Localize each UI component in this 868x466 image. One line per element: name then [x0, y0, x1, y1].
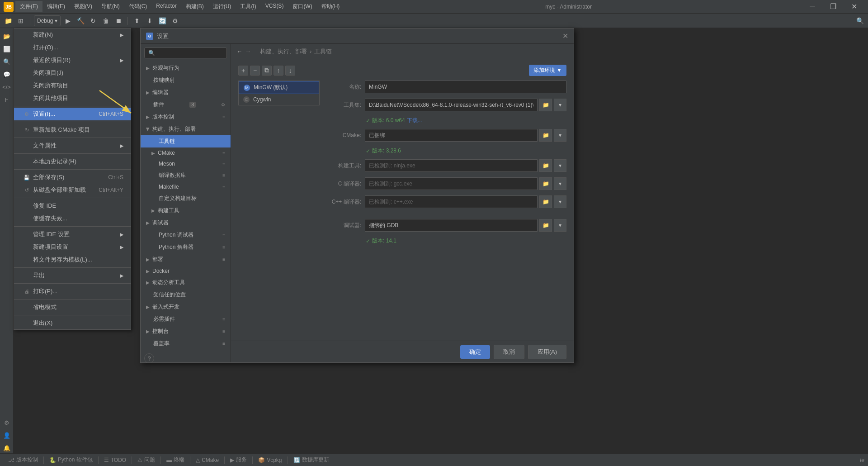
tree-item-trusted[interactable]: 受信任的位置 [141, 289, 231, 301]
toolbar-refresh-btn[interactable]: 🔄 [157, 15, 168, 26]
tree-item-compile-db[interactable]: 编译数据库 ≡ [141, 169, 231, 181]
menu-item-open[interactable]: 打开(O)... [14, 41, 131, 54]
tree-item-build-deploy[interactable]: ▶ 构建、执行、部署 [141, 123, 231, 135]
toolchain-cygwin[interactable]: C Cygwin [239, 94, 319, 105]
help-button[interactable]: ? [144, 353, 154, 362]
tree-item-editor[interactable]: ▶ 编辑器 [141, 86, 231, 99]
toolbar-settings-btn[interactable]: ⚙ [170, 15, 180, 26]
sidebar-icon-3[interactable]: 🔍 [1, 56, 12, 67]
menu-item-print[interactable]: 🖨 打印(P)... [14, 285, 131, 298]
tree-item-appearance[interactable]: ▶ 外观与行为 [141, 62, 231, 74]
menu-item-file-props[interactable]: 文件属性 ▶ [14, 139, 131, 152]
debugger-browse-btn[interactable]: 📁 [539, 219, 552, 232]
toolset-dropdown-btn[interactable]: ▾ [554, 99, 566, 111]
sidebar-icon-bottom3[interactable]: 🔔 [1, 442, 12, 453]
tree-item-build-tools[interactable]: ▶ 构建工具 [141, 204, 231, 217]
statusbar-vcs[interactable]: ⎇ 版本控制 [4, 454, 42, 466]
cmake-input[interactable] [365, 129, 538, 142]
menu-item-repair[interactable]: 修复 IDE [14, 200, 131, 212]
close-button[interactable]: ✕ [844, 0, 864, 14]
sidebar-icon-2[interactable]: ⬜ [1, 43, 12, 54]
tree-item-python-interp[interactable]: Python 解释器 ≡ [141, 241, 231, 253]
breadcrumb-nav-back[interactable]: ← [236, 48, 242, 55]
tree-item-console[interactable]: ▶ 控制台 ≡ [141, 325, 231, 338]
menu-item-save-all[interactable]: 💾 全部保存(S) Ctrl+S [14, 171, 131, 184]
minimize-button[interactable]: ─ [802, 0, 823, 14]
menu-item-manage-ide[interactable]: 管理 IDE 设置 ▶ [14, 228, 131, 241]
stop-button[interactable]: ⏹ [113, 15, 124, 26]
build-button[interactable]: 🔨 [75, 15, 86, 26]
build-tool-dropdown-btn[interactable]: ▾ [554, 159, 566, 172]
sidebar-icon-bottom1[interactable]: ⚙ [1, 417, 12, 428]
menu-item-recent[interactable]: 最近的项目(R) ▶ [14, 54, 131, 67]
menu-vcs[interactable]: VCS(S) [261, 1, 288, 12]
toolchain-down-btn[interactable]: ↓ [285, 66, 295, 76]
tree-item-embedded[interactable]: ▶ 嵌入式开发 [141, 301, 231, 313]
cpp-compiler-input[interactable] [365, 195, 538, 208]
statusbar-python[interactable]: 🐍 Python 软件包 [45, 454, 97, 466]
build-tool-input[interactable] [365, 159, 538, 172]
menu-edit[interactable]: 编辑(E) [42, 1, 70, 12]
menu-item-save-as-template[interactable]: 将文件另存为模板(L)... [14, 253, 131, 266]
breadcrumb-nav-forward[interactable]: → [245, 48, 251, 55]
c-compiler-input[interactable] [365, 177, 538, 190]
sidebar-icon-fitten[interactable]: F [1, 94, 12, 105]
menu-item-export[interactable]: 导出 ▶ [14, 269, 131, 282]
menu-help[interactable]: 帮助(H) [317, 1, 344, 12]
toolset-browse-btn[interactable]: 📁 [539, 99, 552, 111]
statusbar-problems[interactable]: ⚠ 问题 [133, 454, 160, 466]
menu-nav[interactable]: 导航(N) [97, 1, 124, 12]
menu-run[interactable]: 运行(U) [208, 1, 236, 12]
download-link[interactable]: 下载... [407, 117, 422, 124]
restore-button[interactable]: ❐ [823, 0, 844, 14]
tree-item-plugins[interactable]: 插件 3 ⚙ [141, 99, 231, 111]
tree-item-keymap[interactable]: 按键映射 [141, 74, 231, 86]
sidebar-icon-code[interactable]: </> [1, 81, 12, 92]
sidebar-icon-chat[interactable]: 💬 [1, 69, 12, 80]
toolbar-project-btn[interactable]: 📁 [3, 15, 14, 26]
build-tool-browse-btn[interactable]: 📁 [539, 159, 552, 172]
statusbar-vcpkg[interactable]: 📦 Vcpkg [254, 454, 286, 466]
menu-item-new-project-settings[interactable]: 新建项目设置 ▶ [14, 241, 131, 253]
tree-item-debugger[interactable]: ▶ 调试器 [141, 217, 231, 229]
cpp-compiler-dropdown-btn[interactable]: ▾ [554, 195, 566, 208]
tree-item-meson[interactable]: Meson ≡ [141, 158, 231, 169]
tree-item-docker[interactable]: ▶ Docker [141, 266, 231, 276]
sidebar-icon-bottom2[interactable]: 👤 [1, 430, 12, 441]
add-env-button[interactable]: 添加环境 ▼ [529, 65, 566, 76]
tree-item-deploy[interactable]: ▶ 部署 ≡ [141, 253, 231, 266]
tree-item-custom-build[interactable]: 自定义构建目标 [141, 192, 231, 204]
tree-item-coverage[interactable]: 覆盖率 ≡ [141, 338, 231, 350]
statusbar-cmake[interactable]: △ CMake [191, 454, 223, 466]
menu-refactor[interactable]: Refactor [151, 1, 181, 12]
menu-window[interactable]: 窗口(W) [288, 1, 316, 12]
toolchain-add-btn[interactable]: + [238, 66, 248, 76]
cpp-compiler-browse-btn[interactable]: 📁 [539, 195, 552, 208]
run-button[interactable]: ▶ [62, 15, 73, 26]
toolchain-up-btn[interactable]: ↑ [274, 66, 283, 76]
debugger-dropdown-btn[interactable]: ▾ [554, 219, 566, 232]
toolchain-copy-btn[interactable]: ⧉ [262, 66, 272, 76]
cancel-button[interactable]: 取消 [494, 345, 524, 359]
tree-item-toolchain[interactable]: 工具链 [141, 135, 231, 147]
menu-item-close-project[interactable]: 关闭项目(J) [14, 67, 131, 79]
cmake-dropdown-btn[interactable]: ▾ [554, 129, 566, 142]
menu-item-close-others[interactable]: 关闭其他项目 [14, 92, 131, 105]
c-compiler-dropdown-btn[interactable]: ▾ [554, 177, 566, 190]
clean-button[interactable]: 🗑 [100, 15, 111, 26]
menu-view[interactable]: 视图(V) [70, 1, 97, 12]
tree-item-required-plugins[interactable]: 必需插件 ≡ [141, 313, 231, 325]
menu-item-exit[interactable]: 退出(X) [14, 317, 131, 329]
menu-item-reload-disk[interactable]: ↺ 从磁盘全部重新加载 Ctrl+Alt+Y [14, 184, 131, 196]
apply-button[interactable]: 应用(A) [528, 345, 566, 359]
debug-config-dropdown[interactable]: Debug ▾ [34, 15, 61, 26]
menu-build[interactable]: 构建(B) [181, 1, 208, 12]
tree-item-dynamic-analysis[interactable]: ▶ 动态分析工具 [141, 276, 231, 289]
c-compiler-browse-btn[interactable]: 📁 [539, 177, 552, 190]
menu-tools[interactable]: 工具(I) [236, 1, 260, 12]
settings-search-input[interactable] [144, 48, 227, 58]
toolbar-down-btn[interactable]: ⬇ [144, 15, 155, 26]
menu-item-history[interactable]: 本地历史记录(H) [14, 155, 131, 168]
toolbar-up-btn[interactable]: ⬆ [132, 15, 142, 26]
menu-code[interactable]: 代码(C) [124, 1, 152, 12]
